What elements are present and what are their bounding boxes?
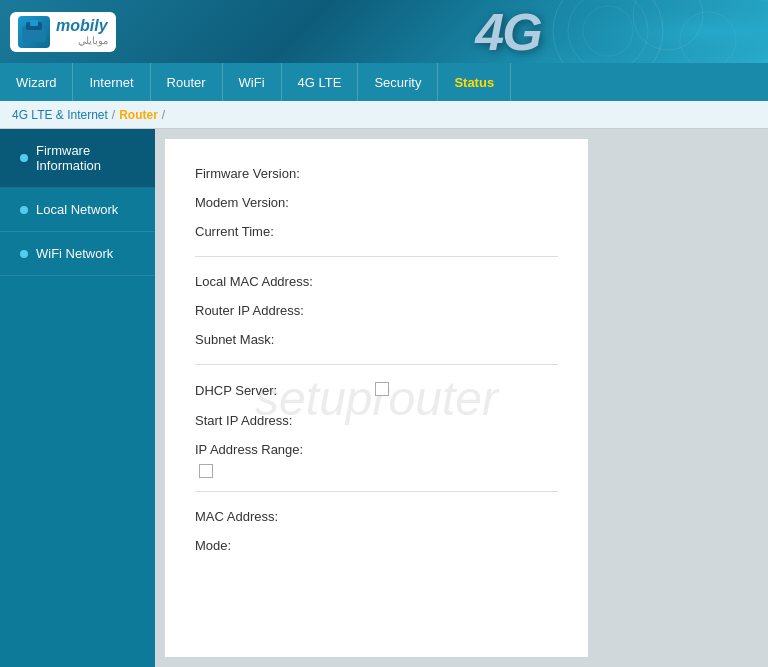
main-layout: Firmware Information Local Network WiFi … (0, 129, 768, 667)
divider-2 (195, 364, 558, 365)
logo-box: mobily موبايلي (10, 12, 116, 52)
nav-4g-lte[interactable]: 4G LTE (282, 63, 359, 101)
breadcrumb-4glte-link[interactable]: 4G LTE & Internet (12, 108, 108, 122)
current-time-row: Current Time: (195, 217, 558, 246)
modem-version-label: Modem Version: (195, 195, 375, 210)
mac-address-label: MAC Address: (195, 509, 375, 524)
logo-area: mobily موبايلي (0, 12, 116, 52)
content-panel: setuprouter Firmware Version: Modem Vers… (165, 139, 588, 657)
nav-wifi[interactable]: WiFi (223, 63, 282, 101)
firmware-version-label: Firmware Version: (195, 166, 375, 181)
router-ip-label: Router IP Address: (195, 303, 375, 318)
dhcp-server-label: DHCP Server: (195, 383, 375, 398)
wifi-network-section: MAC Address: Mode: (195, 502, 558, 560)
sidebar: Firmware Information Local Network WiFi … (0, 129, 155, 667)
router-ip-row: Router IP Address: (195, 296, 558, 325)
nav-internet[interactable]: Internet (73, 63, 150, 101)
subnet-mask-label: Subnet Mask: (195, 332, 375, 347)
local-mac-label: Local MAC Address: (195, 274, 375, 289)
divider-1 (195, 256, 558, 257)
ip-range-row: IP Address Range: (195, 435, 558, 464)
ip-range-label: IP Address Range: (195, 442, 375, 457)
breadcrumb: 4G LTE & Internet / Router / (0, 101, 768, 129)
mode-label: Mode: (195, 538, 375, 553)
start-ip-row: Start IP Address: (195, 406, 558, 435)
local-network-section: Local MAC Address: Router IP Address: Su… (195, 267, 558, 481)
ip-range-input-area (195, 464, 558, 481)
nav-router[interactable]: Router (151, 63, 223, 101)
navbar: Wizard Internet Router WiFi 4G LTE Secur… (0, 63, 768, 101)
local-mac-row: Local MAC Address: (195, 267, 558, 296)
ip-range-input[interactable] (199, 464, 213, 478)
firmware-version-row: Firmware Version: (195, 159, 558, 188)
mode-row: Mode: (195, 531, 558, 560)
sidebar-item-wifi-network[interactable]: WiFi Network (0, 232, 155, 276)
current-time-label: Current Time: (195, 224, 375, 239)
mac-address-row: MAC Address: (195, 502, 558, 531)
dot-icon (20, 206, 28, 214)
modem-version-row: Modem Version: (195, 188, 558, 217)
logo-brand: mobily (56, 17, 108, 35)
4g-label: 4G (475, 2, 540, 62)
dhcp-checkbox[interactable] (375, 382, 389, 396)
sidebar-item-firmware[interactable]: Firmware Information (0, 129, 155, 188)
content-area: setuprouter Firmware Version: Modem Vers… (155, 129, 768, 667)
sidebar-item-local-network[interactable]: Local Network (0, 188, 155, 232)
nav-security[interactable]: Security (358, 63, 438, 101)
firmware-section: Firmware Version: Modem Version: Current… (195, 159, 558, 246)
header-decoration: 4G (248, 0, 768, 63)
dhcp-server-row: DHCP Server: (195, 375, 558, 406)
nav-wizard[interactable]: Wizard (0, 63, 73, 101)
dot-icon (20, 154, 28, 162)
svg-rect-2 (30, 20, 38, 26)
breadcrumb-current: Router (119, 108, 158, 122)
dot-icon (20, 250, 28, 258)
nav-status[interactable]: Status (438, 63, 511, 101)
logo-arabic: موبايلي (56, 35, 108, 46)
divider-3 (195, 491, 558, 492)
logo-icon (18, 16, 50, 48)
start-ip-label: Start IP Address: (195, 413, 375, 428)
header: mobily موبايلي 4G (0, 0, 768, 63)
logo-text-area: mobily موبايلي (56, 17, 108, 46)
dhcp-server-checkbox[interactable] (375, 382, 558, 399)
content-right-panel (588, 129, 768, 667)
subnet-mask-row: Subnet Mask: (195, 325, 558, 354)
breadcrumb-sep: / (112, 108, 115, 122)
breadcrumb-sep2: / (162, 108, 165, 122)
